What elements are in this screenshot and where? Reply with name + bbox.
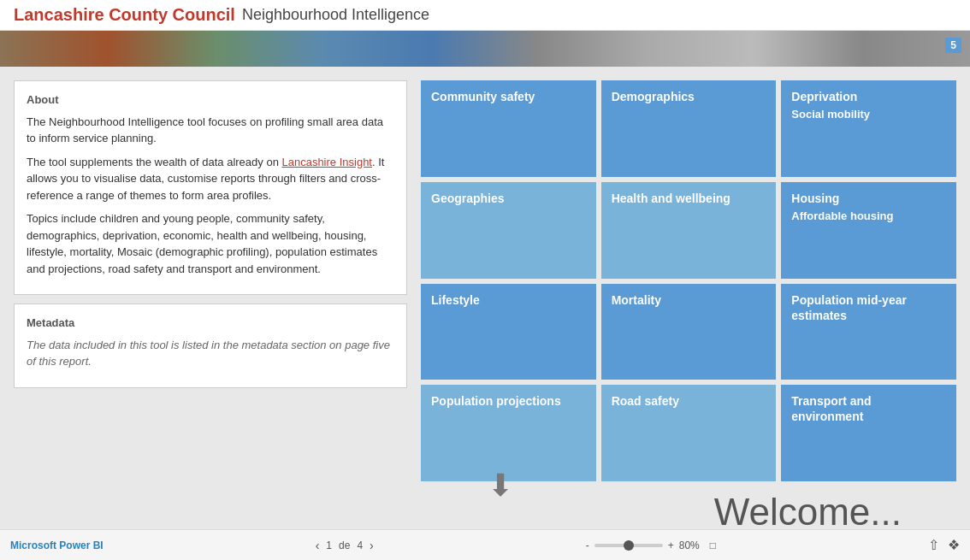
metadata-box: Metadata The data included in this tool …: [14, 304, 407, 388]
pagination: ‹ 1 de 4 ›: [316, 539, 374, 552]
about-para1: The Neighbourhood Intelligence tool focu…: [27, 114, 394, 147]
tile-deprivation-social[interactable]: Deprivation Social mobility: [781, 80, 956, 177]
zoom-thumb: [624, 540, 634, 551]
tiles-grid: Community safety Demographics Deprivatio…: [421, 80, 956, 481]
tile-geographies[interactable]: Geographies: [421, 182, 596, 279]
about-heading: About: [27, 91, 394, 109]
zoom-plus[interactable]: +: [668, 539, 674, 551]
about-box: About The Neighbourhood Intelligence too…: [14, 80, 407, 295]
about-para2-start: The tool supplements the wealth of data …: [27, 156, 281, 168]
banner-image: 5: [0, 31, 970, 67]
zoom-level: 80%: [679, 539, 700, 551]
lcc-title: Lancashire County Council: [14, 5, 235, 25]
banner-badge: 5: [945, 38, 961, 53]
tile-housing-affordable[interactable]: Housing Affordable housing: [781, 182, 956, 279]
tile-road-safety[interactable]: Road safety: [601, 385, 777, 481]
zoom-slider[interactable]: [594, 544, 663, 547]
zoom-minus[interactable]: -: [586, 539, 589, 551]
left-panel: About The Neighbourhood Intelligence too…: [14, 80, 407, 481]
share-icon[interactable]: ⇧: [928, 537, 939, 553]
fit-to-window-icon[interactable]: □: [710, 539, 716, 551]
tile-health-wellbeing[interactable]: Health and wellbeing: [601, 182, 777, 279]
metadata-heading: Metadata: [27, 315, 394, 332]
bottom-bar: Microsoft Power BI ‹ 1 de 4 › - + 80% □ …: [0, 529, 970, 560]
next-page-button[interactable]: ›: [370, 539, 374, 552]
about-para2: The tool supplements the wealth of data …: [27, 154, 394, 204]
pagination-current: 1: [326, 539, 332, 551]
tile-demographics[interactable]: Demographics: [601, 80, 777, 177]
prev-page-button[interactable]: ‹: [316, 539, 320, 552]
fullscreen-icon[interactable]: ❖: [948, 537, 960, 553]
metadata-text: The data included in this tool is listed…: [27, 337, 394, 370]
down-arrow-icon: ⬇: [488, 468, 513, 504]
pagination-separator: de: [339, 539, 350, 551]
header: Lancashire County Council Neighbourhood …: [0, 0, 970, 31]
tile-mortality[interactable]: Mortality: [601, 284, 777, 380]
ni-title: Neighbourhood Intelligence: [242, 6, 429, 24]
welcome-text: Welcome...: [714, 491, 902, 533]
tile-community-safety[interactable]: Community safety: [421, 80, 596, 177]
tile-transport-environment[interactable]: Transport and environment: [781, 385, 956, 481]
main-content: About The Neighbourhood Intelligence too…: [0, 67, 970, 495]
zoom-control: - + 80% □: [586, 539, 716, 551]
powerbi-link[interactable]: Microsoft Power BI: [10, 539, 104, 551]
tile-population-mid[interactable]: Population mid-year estimates: [781, 284, 956, 380]
bottom-right-icons: ⇧ ❖: [928, 537, 960, 553]
pagination-total: 4: [357, 539, 363, 551]
lancashire-insight-link[interactable]: Lancashire Insight: [281, 156, 372, 168]
tile-lifestyle[interactable]: Lifestyle: [421, 284, 596, 380]
about-para3: Topics include children and young people…: [27, 210, 394, 277]
